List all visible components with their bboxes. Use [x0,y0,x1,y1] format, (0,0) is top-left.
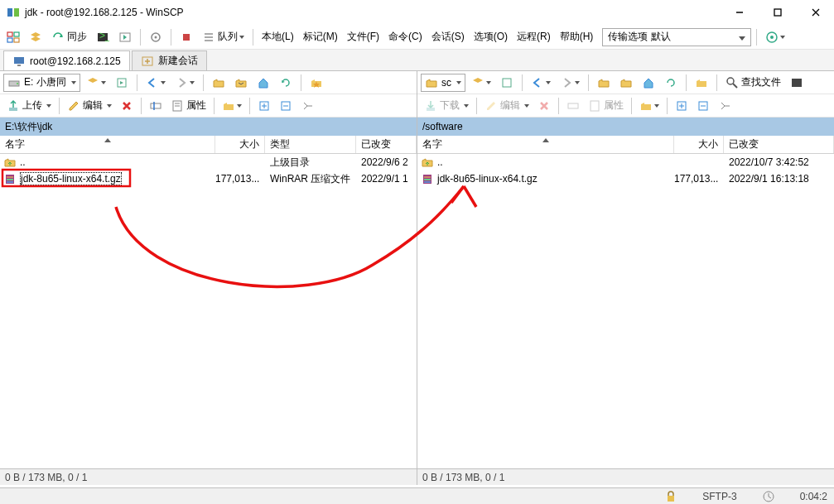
right-bookmark-button[interactable] [692,73,711,93]
console-button[interactable]: >_ [93,27,113,47]
right-refresh-button[interactable] [661,73,681,93]
transfer-options-combo[interactable]: 传输选项 默认 [602,28,751,46]
right-back-button[interactable] [528,73,554,93]
left-bookmark-button[interactable] [306,73,326,93]
svg-rect-0 [7,8,12,17]
right-filter-button[interactable] [468,73,494,93]
edit-button[interactable]: 编辑 [64,98,115,113]
svg-rect-45 [591,101,599,111]
layout-button[interactable] [3,27,23,47]
lock-icon [664,490,677,503]
left-reload-button[interactable] [112,73,132,93]
file-row-jdk-r[interactable]: jdk-8u65-linux-x64.t.gz 177,013... 2022/… [417,170,834,187]
file-panes: E: 小唐同 上传 编辑 属性 [0,71,834,485]
svg-rect-15 [183,34,190,41]
stop-button[interactable] [176,27,196,47]
menu-files[interactable]: 文件(F) [344,30,383,44]
right-terminal-button[interactable] [787,73,807,93]
right-file-list[interactable]: .. 2022/10/7 3:42:52 jdk-8u65-linux-x64.… [417,154,834,468]
svg-rect-52 [668,496,674,502]
new-session-icon[interactable] [762,27,788,47]
left-columns-header: 名字 大小 类型 已改变 [0,136,417,154]
properties-button[interactable]: 属性 [167,98,210,113]
left-root-button[interactable] [231,73,251,93]
right-expand-button[interactable] [672,96,692,116]
new-session-tab[interactable]: 新建会话 [132,50,207,70]
close-button[interactable] [804,4,827,21]
menu-local[interactable]: 本地(L) [258,30,297,44]
rename-button[interactable] [146,96,166,116]
col-changed-r[interactable]: 已改变 [724,136,834,153]
col-size[interactable]: 大小 [215,136,265,153]
right-properties-button[interactable]: 属性 [585,98,627,113]
svg-rect-42 [792,79,802,87]
collapse-button[interactable] [276,96,296,116]
right-forward-button[interactable] [557,73,583,93]
left-forward-button[interactable] [171,73,198,93]
col-size-r[interactable]: 大小 [674,136,724,153]
archive-icon [421,172,434,185]
left-file-list[interactable]: .. 上级目录 2022/9/6 2 jdk-8u65-linux-x64.t.… [0,154,417,468]
queue-button[interactable]: 队列 [199,27,248,47]
left-filter-button[interactable] [83,73,109,93]
right-collapse-button[interactable] [693,96,713,116]
session-tab-active[interactable]: root@192.168.2.125 [3,50,130,70]
menu-remote[interactable]: 远程(R) [513,30,554,44]
sync-browse-button[interactable] [26,27,46,47]
right-delete-button[interactable] [534,96,554,116]
left-back-button[interactable] [142,73,169,93]
svg-line-41 [733,84,737,88]
protocol-label: SFTP-3 [702,491,736,502]
file-row-jdk[interactable]: jdk-8u65-linux-x64.t.gz 177,013... WinRA… [0,170,417,187]
main-toolbar: 同步 >_ 队列 本地(L) 标记(M) 文件(F) 命令(C) 会话(S) 选… [0,25,834,50]
find-files-button[interactable]: 查找文件 [722,75,784,89]
right-root-button[interactable] [616,73,636,93]
left-drive-combo[interactable]: E: 小唐同 [3,74,80,92]
svg-rect-7 [14,32,19,36]
file-row-parent-r[interactable]: .. 2022/10/7 3:42:52 [417,154,834,170]
col-name[interactable]: 名字 [0,136,215,153]
folder-icon [425,76,438,89]
svg-rect-6 [7,32,12,36]
menu-options[interactable]: 选项(O) [470,30,511,44]
left-parent-button[interactable] [209,73,229,93]
minimize-button[interactable] [728,4,751,21]
time-label: 0:04:2 [800,491,827,502]
col-type[interactable]: 类型 [265,136,356,153]
sync-button[interactable]: 同步 [48,27,90,47]
expand-button[interactable] [254,96,274,116]
right-drive-combo[interactable]: sc [421,74,465,92]
download-button[interactable]: 下载 [421,98,472,113]
new-folder-button[interactable] [219,96,245,116]
svg-rect-17 [205,36,213,38]
right-home-button[interactable] [639,73,658,93]
col-changed[interactable]: 已改变 [356,136,417,153]
right-rename-button[interactable] [563,96,583,116]
queue-settings-button[interactable] [146,27,166,47]
menu-help[interactable]: 帮助(H) [557,30,597,44]
svg-point-25 [17,83,18,84]
left-refresh-button[interactable] [276,73,296,93]
session-tab-label: root@192.168.2.125 [30,55,121,67]
svg-rect-9 [14,38,19,42]
right-reload-button[interactable] [497,73,517,93]
menu-session[interactable]: 会话(S) [428,30,468,44]
maximize-button[interactable] [766,4,789,21]
tree-button[interactable] [297,96,317,116]
svg-rect-38 [7,181,13,183]
right-edit-button[interactable]: 编辑 [481,98,533,113]
svg-rect-22 [17,65,21,66]
svg-rect-36 [7,176,13,178]
file-row-parent[interactable]: .. 上级目录 2022/9/6 2 [0,154,417,170]
menu-mark[interactable]: 标记(M) [300,30,341,44]
right-tree-button[interactable] [715,96,735,116]
upload-button[interactable]: 上传 [3,98,55,113]
right-parent-button[interactable] [594,73,614,93]
menu-commands[interactable]: 命令(C) [385,30,426,44]
svg-rect-50 [424,179,431,180]
right-new-folder-button[interactable] [636,96,663,116]
col-name-r[interactable]: 名字 [417,136,674,153]
transfer-button[interactable] [115,27,135,47]
delete-button[interactable] [117,96,137,116]
left-home-button[interactable] [253,73,273,93]
